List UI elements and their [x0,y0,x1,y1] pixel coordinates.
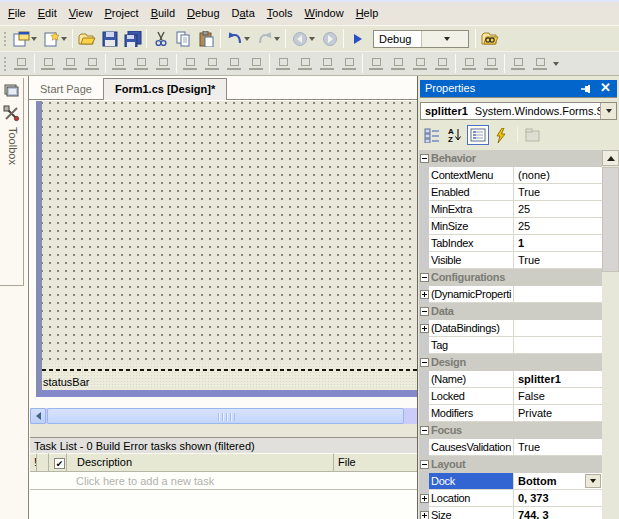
menu-window[interactable]: Window [298,3,349,24]
align-bottoms-icon[interactable] [153,54,173,74]
increase-horizontal-spacing-icon[interactable] [295,54,315,74]
property-row-size[interactable]: Size744, 3 [419,507,602,519]
navigate-back-dropdown-icon[interactable] [309,37,315,41]
collapse-icon[interactable]: - [420,460,429,469]
menu-project[interactable]: Project [98,3,144,24]
snap-to-grid-icon[interactable] [11,54,31,74]
property-row-locked[interactable]: LockedFalse [419,388,602,405]
scrollbar-thumb[interactable] [47,408,404,424]
server-explorer-icon[interactable] [3,83,21,100]
find-in-files-icon[interactable] [478,28,501,50]
properties-view-icon[interactable] [467,125,489,145]
align-rights-icon[interactable] [82,54,102,74]
align-tops-icon[interactable] [109,54,129,74]
add-item-dropdown-icon[interactable] [61,37,67,41]
form-design-grid[interactable] [42,101,417,362]
categorized-icon[interactable] [421,125,443,145]
tab-start-page[interactable]: Start Page [29,79,103,101]
align-centers-icon[interactable] [60,54,80,74]
property-category-behavior[interactable]: -Behavior [419,150,602,167]
task-column-check[interactable]: ✔ [49,453,67,472]
menu-build[interactable]: Build [145,3,181,24]
save-icon[interactable] [98,28,121,50]
cut-icon[interactable] [149,28,172,50]
property-pages-icon[interactable] [522,125,544,145]
decrease-vertical-spacing-icon[interactable] [410,54,430,74]
expand-icon[interactable] [420,494,429,503]
expand-icon[interactable] [420,290,429,299]
property-row-minsize[interactable]: MinSize25 [419,218,602,235]
collapse-icon[interactable]: - [420,307,429,316]
property-row-tag[interactable]: Tag [419,337,602,354]
open-file-icon[interactable] [75,28,98,50]
toolbar-options-dropdown-icon[interactable] [553,62,559,66]
property-row-dock[interactable]: DockBottom [419,473,602,490]
property-row-visible[interactable]: VisibleTrue [419,252,602,269]
toolbox-icon[interactable] [3,105,21,123]
send-to-back-icon[interactable] [530,54,550,74]
redo-icon[interactable] [253,28,276,50]
task-column-![interactable]: ! [30,453,37,472]
collapse-icon[interactable]: - [420,273,429,282]
toolbox-tab[interactable]: Toolbox [0,78,24,286]
new-project-icon[interactable] [10,28,33,50]
make-same-size-icon[interactable] [246,54,266,74]
collapse-icon[interactable]: - [420,358,429,367]
undo-dropdown-icon[interactable] [244,37,250,41]
property-row-minextra[interactable]: MinExtra25 [419,201,602,218]
align-lefts-icon[interactable] [38,54,58,74]
property-category-configurations[interactable]: -Configurations [419,269,602,286]
copy-icon[interactable] [172,28,195,50]
make-same-height-icon[interactable] [224,54,244,74]
save-all-icon[interactable] [121,28,144,50]
solution-configurations-combo[interactable]: Debug [373,30,469,48]
property-row-causesvalidation[interactable]: CausesValidationTrue [419,439,602,456]
property-row-location[interactable]: Location0, 373 [419,490,602,507]
center-horizontally-icon[interactable] [459,54,479,74]
property-category-data[interactable]: -Data [419,303,602,320]
task-list-new-row[interactable]: Click here to add a new task [30,472,418,490]
tab-form1-cs-design-[interactable]: Form1.cs [Design]* [103,78,227,100]
task-column-File[interactable]: File [334,453,418,472]
bring-to-front-icon[interactable] [508,54,528,74]
properties-scrollbar-thumb[interactable] [602,167,619,272]
object-selector-combo[interactable]: splitter1 System.Windows.Forms.S [420,102,617,120]
property-category-design[interactable]: -Design [419,354,602,371]
property-row-dynamicproperti[interactable]: (DynamicProperti [419,286,602,303]
auto-hide-pin-icon[interactable] [580,83,593,100]
paste-icon[interactable] [195,28,218,50]
expand-icon[interactable] [420,324,429,333]
layout-toolbar-grip[interactable] [2,55,7,73]
increase-vertical-spacing-icon[interactable] [388,54,408,74]
property-row-contextmenu[interactable]: ContextMenu(none) [419,167,602,184]
property-category-focus[interactable]: -Focus [419,422,602,439]
property-category-layout[interactable]: -Layout [419,456,602,473]
make-vertical-spacing-equal-icon[interactable] [366,54,386,74]
statusbar-control[interactable]: statusBar [42,362,417,390]
menu-file[interactable]: File [2,3,32,24]
events-icon[interactable] [490,125,512,145]
property-row-databindings[interactable]: (DataBindings) [419,320,602,337]
navigate-forward-icon[interactable] [318,28,341,50]
menu-data[interactable]: Data [226,3,261,24]
task-column-Description[interactable]: Description [67,453,334,472]
decrease-horizontal-spacing-icon[interactable] [317,54,337,74]
configurations-dropdown-icon[interactable] [421,31,469,47]
undo-icon[interactable] [223,28,246,50]
menu-tools[interactable]: Tools [261,3,299,24]
redo-dropdown-icon[interactable] [274,37,280,41]
make-horizontal-spacing-equal-icon[interactable] [273,54,293,74]
make-same-width-icon[interactable] [180,54,200,74]
navigate-back-icon[interactable] [288,28,311,50]
menu-view[interactable]: View [63,3,99,24]
new-project-dropdown-icon[interactable] [31,37,37,41]
menu-edit[interactable]: Edit [32,3,63,24]
menu-help[interactable]: Help [350,3,385,24]
task-column-category[interactable] [37,453,49,472]
close-icon[interactable]: ✕ [600,80,611,96]
expand-icon[interactable] [420,511,429,519]
center-vertically-icon[interactable] [481,54,501,74]
properties-scrollbar[interactable] [602,150,619,519]
form-designer[interactable]: statusBar [29,100,417,384]
object-combo-dropdown-icon[interactable] [600,103,616,119]
